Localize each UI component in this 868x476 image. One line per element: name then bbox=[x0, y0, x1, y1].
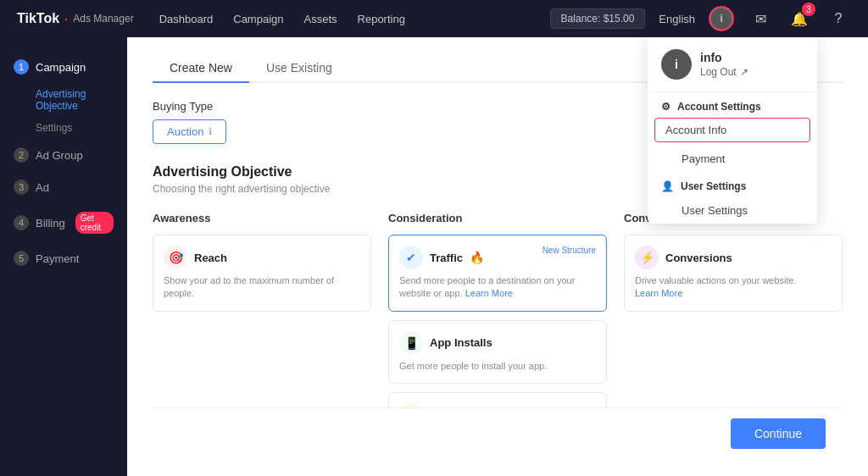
app-installs-icon: 📱 bbox=[399, 331, 423, 355]
traffic-title: Traffic bbox=[430, 252, 463, 264]
check-icon: ✔ bbox=[406, 251, 416, 264]
sidebar-ad-group-label: Ad Group bbox=[36, 149, 83, 162]
nav-assets[interactable]: Assets bbox=[304, 13, 337, 25]
conversions-icon: ⚡ bbox=[635, 246, 659, 269]
traffic-learn-more[interactable]: Learn More bbox=[465, 288, 513, 298]
continue-button[interactable]: Continue bbox=[731, 418, 826, 449]
logo: TikTok · Ads Manager bbox=[17, 11, 134, 26]
help-button[interactable]: ? bbox=[826, 6, 851, 31]
footer-bar: Continue bbox=[153, 407, 843, 459]
notifications-button[interactable]: 🔔 3 bbox=[787, 6, 812, 31]
logo-dot: · bbox=[64, 12, 68, 26]
user-avatar-button[interactable]: i bbox=[709, 6, 734, 31]
step-5-num: 5 bbox=[14, 251, 29, 266]
user-avatar: i bbox=[710, 8, 732, 30]
sidebar-item-billing[interactable]: 4 Billing Get credit bbox=[0, 203, 127, 242]
topnav-left: TikTok · Ads Manager Dashboard Campaign … bbox=[17, 11, 405, 26]
reach-title: Reach bbox=[194, 252, 227, 264]
step-2-num: 2 bbox=[14, 147, 29, 163]
get-credit-badge[interactable]: Get credit bbox=[75, 212, 114, 234]
step-1-num: 1 bbox=[14, 59, 29, 75]
notification-badge: 3 bbox=[802, 3, 815, 16]
logout-icon: ↗ bbox=[740, 66, 748, 78]
user-settings-section: 👤 User Settings bbox=[648, 172, 817, 197]
sidebar: 1 Campaign Advertising Objective Setting… bbox=[0, 37, 127, 476]
sidebar-payment-label: Payment bbox=[36, 252, 79, 265]
logout-button[interactable]: Log Out ↗ bbox=[700, 66, 748, 78]
sidebar-item-payment[interactable]: 5 Payment bbox=[0, 242, 127, 274]
traffic-header: ✔ Traffic 🔥 New Structure bbox=[399, 246, 596, 269]
traffic-card[interactable]: ✔ Traffic 🔥 New Structure Send more peop… bbox=[388, 235, 607, 312]
sidebar-campaign-label: Campaign bbox=[36, 61, 86, 74]
conversions-title: Conversions bbox=[665, 252, 732, 264]
logo-ads: Ads Manager bbox=[73, 13, 133, 25]
app-installs-title: App Installs bbox=[430, 336, 492, 349]
conversions-header: ⚡ Conversions bbox=[635, 246, 832, 269]
user-dropdown-menu: i info Log Out ↗ ⚙ Account Settings Acco… bbox=[648, 37, 817, 224]
sidebar-settings[interactable]: Settings bbox=[0, 117, 127, 139]
sidebar-item-ad[interactable]: 3 Ad bbox=[0, 171, 127, 203]
app-installs-card[interactable]: 📱 App Installs Get more people to instal… bbox=[388, 320, 607, 384]
language-selector[interactable]: English bbox=[659, 13, 695, 25]
reach-icon: 🎯 bbox=[164, 246, 187, 269]
dropdown-avatar: i bbox=[661, 49, 692, 80]
account-settings-icon: ⚙ bbox=[661, 101, 670, 113]
sidebar-item-campaign[interactable]: 1 Campaign bbox=[0, 51, 127, 83]
consideration-title: Consideration bbox=[388, 212, 607, 224]
conversions-learn-more[interactable]: Learn More bbox=[635, 288, 682, 298]
balance-button[interactable]: Balance: $15.00 bbox=[550, 8, 646, 29]
dropdown-header: i info Log Out ↗ bbox=[648, 37, 817, 92]
auction-button[interactable]: Auction ℹ bbox=[153, 119, 226, 144]
conversions-card[interactable]: ⚡ Conversions Drive valuable actions on … bbox=[624, 235, 843, 312]
sidebar-billing-label: Billing bbox=[36, 217, 65, 230]
nav-campaign[interactable]: Campaign bbox=[233, 13, 283, 25]
nav-links: Dashboard Campaign Assets Reporting bbox=[159, 13, 405, 25]
reach-card[interactable]: 🎯 Reach Show your ad to the maximum numb… bbox=[153, 235, 371, 312]
step-3-num: 3 bbox=[14, 180, 29, 195]
reach-desc: Show your ad to the maximum number of pe… bbox=[164, 274, 360, 301]
account-settings-label: Account Settings bbox=[677, 101, 761, 113]
dropdown-user-info: info Log Out ↗ bbox=[700, 51, 748, 78]
help-icon: ? bbox=[835, 11, 843, 26]
user-settings-section-label: User Settings bbox=[681, 180, 746, 192]
mail-icon: ✉ bbox=[755, 11, 766, 27]
auction-label: Auction bbox=[167, 125, 203, 138]
traffic-desc: Send more people to a destination on you… bbox=[399, 274, 596, 301]
sidebar-item-ad-group[interactable]: 2 Ad Group bbox=[0, 139, 127, 171]
account-settings-section: ⚙ Account Settings bbox=[648, 92, 817, 118]
logout-label: Log Out bbox=[700, 66, 737, 78]
sidebar-ad-label: Ad bbox=[36, 181, 49, 194]
dropdown-username: info bbox=[700, 51, 748, 64]
nav-reporting[interactable]: Reporting bbox=[358, 13, 405, 25]
info-icon: ℹ bbox=[209, 126, 212, 137]
app-installs-desc: Get more people to install your app. bbox=[399, 360, 596, 373]
traffic-icon: ✔ bbox=[399, 246, 423, 269]
topnav: TikTok · Ads Manager Dashboard Campaign … bbox=[0, 0, 868, 37]
nav-dashboard[interactable]: Dashboard bbox=[159, 13, 214, 25]
awareness-title: Awareness bbox=[153, 212, 371, 224]
logo-tiktok: TikTok bbox=[17, 11, 59, 26]
conversions-desc: Drive valuable actions on your website. … bbox=[635, 274, 832, 301]
user-settings-icon: 👤 bbox=[661, 180, 674, 192]
sidebar-advertising-objective[interactable]: Advertising Objective bbox=[0, 83, 127, 117]
fire-emoji: 🔥 bbox=[470, 251, 484, 264]
payment-item[interactable]: Payment bbox=[648, 146, 817, 172]
app-installs-header: 📱 App Installs bbox=[399, 331, 596, 355]
mail-button[interactable]: ✉ bbox=[748, 6, 773, 31]
user-settings-item[interactable]: User Settings bbox=[648, 197, 817, 224]
account-info-item[interactable]: Account Info bbox=[654, 118, 810, 142]
topnav-right: Balance: $15.00 English i ✉ 🔔 3 ? bbox=[550, 6, 851, 31]
tab-use-existing[interactable]: Use Existing bbox=[249, 54, 349, 83]
tab-create-new[interactable]: Create New bbox=[153, 54, 249, 83]
step-4-num: 4 bbox=[14, 215, 29, 230]
reach-header: 🎯 Reach bbox=[164, 246, 360, 269]
new-structure-label: New Structure bbox=[542, 246, 596, 255]
